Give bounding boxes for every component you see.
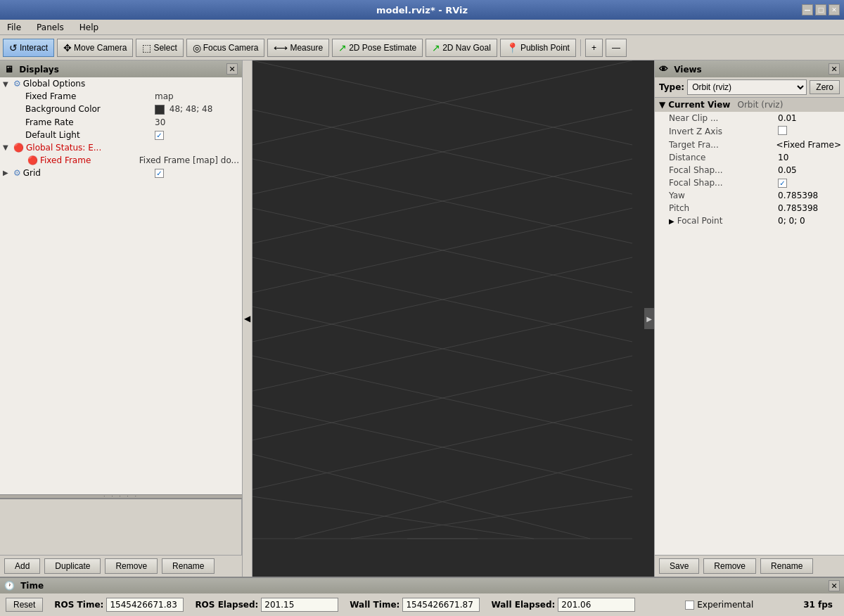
remove-view-button[interactable]: Remove (703, 558, 756, 574)
viewport-right-arrow[interactable]: ▶ (644, 308, 654, 329)
focal-point-expand[interactable]: ▶ (669, 217, 674, 225)
viewport-left-arrow[interactable]: ◀ (243, 60, 252, 577)
invert-z-row[interactable]: Invert Z Axis (655, 124, 844, 139)
close-button[interactable]: ✕ (829, 4, 840, 15)
background-color-value: 48; 48; 48 (155, 104, 239, 115)
focus-camera-label: Focus Camera (203, 43, 259, 53)
focal-shape1-value: 0.05 (778, 165, 841, 175)
grid-checkbox[interactable]: ✓ (155, 169, 164, 178)
rename-view-button[interactable]: Rename (760, 558, 813, 574)
distance-row[interactable]: Distance 10 (655, 151, 844, 164)
experimental-label: Experimental (697, 600, 753, 610)
views-panel-close[interactable]: ✕ (829, 63, 840, 75)
menu-panels[interactable]: Panels (32, 22, 68, 33)
ros-elapsed-value: 201.15 (261, 598, 338, 612)
grid-row[interactable]: ▶ ⚙ Grid ✓ (0, 167, 242, 179)
wall-time-field: Wall Time: 1545426671.87 (350, 598, 480, 612)
frame-rate-label: Frame Rate (25, 117, 155, 127)
default-light-row[interactable]: Default Light ✓ (0, 129, 242, 141)
save-view-button[interactable]: Save (659, 558, 699, 574)
background-color-row[interactable]: Background Color 48; 48; 48 (0, 103, 242, 116)
nav-goal-label: 2D Nav Goal (442, 43, 491, 53)
views-type-select[interactable]: Orbit (rviz) (687, 79, 807, 95)
global-status-expand[interactable]: ▼ (3, 143, 11, 151)
experimental-checkbox[interactable] (685, 601, 694, 610)
default-light-checkbox[interactable]: ✓ (155, 131, 164, 140)
focal-shape2-checkbox[interactable]: ✓ (778, 179, 787, 188)
fixed-frame-error-row[interactable]: 🔴 Fixed Frame Fixed Frame [map] do... (0, 154, 242, 167)
global-options-expand[interactable]: ▼ (3, 80, 11, 88)
duplicate-display-button[interactable]: Duplicate (44, 558, 101, 574)
displays-panel-close[interactable]: ✕ (226, 63, 238, 75)
select-button[interactable]: ⬚ Select (136, 39, 183, 57)
publish-point-button[interactable]: 📍 Publish Point (500, 39, 576, 57)
select-label: Select (153, 43, 177, 53)
minimize-button[interactable]: — (802, 4, 813, 15)
views-zero-button[interactable]: Zero (810, 80, 840, 94)
focal-shape1-label: Focal Shap... (669, 165, 778, 175)
focal-shape2-row[interactable]: Focal Shap... ✓ (655, 177, 844, 189)
measure-button[interactable]: ⟷ Measure (267, 39, 329, 57)
time-panel-header: 🕐 Time ✕ (0, 578, 844, 593)
nav-goal-icon: ↗ (432, 42, 440, 53)
global-options-icon: ⚙ (13, 79, 21, 89)
fixed-frame-row[interactable]: Fixed Frame map (0, 90, 242, 103)
publish-point-icon: 📍 (506, 42, 518, 53)
focal-shape2-value: ✓ (778, 178, 841, 188)
yaw-row[interactable]: Yaw 0.785398 (655, 189, 844, 202)
target-frame-row[interactable]: Target Fra... <Fixed Frame> (655, 139, 844, 151)
wall-elapsed-value: 201.06 (558, 598, 635, 612)
maximize-button[interactable]: □ (815, 4, 826, 15)
frame-rate-row[interactable]: Frame Rate 30 (0, 116, 242, 129)
global-options-row[interactable]: ▼ ⚙ Global Options (0, 77, 242, 90)
grid-view (252, 60, 654, 577)
time-panel-close[interactable]: ✕ (829, 580, 840, 591)
grid-expand[interactable]: ▶ (3, 169, 11, 177)
focal-shape1-row[interactable]: Focal Shap... 0.05 (655, 164, 844, 177)
select-icon: ⬚ (142, 42, 151, 53)
displays-panel: 🖥 Displays ✕ ▼ ⚙ Global Options Fixed Fr… (0, 60, 243, 577)
menu-file[interactable]: File (3, 22, 25, 33)
add-display-button[interactable]: Add (4, 558, 40, 574)
fps-display: 31 fps (803, 600, 838, 610)
views-type-row: Type: Orbit (rviz) Zero (655, 77, 844, 98)
current-view-type: Orbit (rviz) (737, 100, 783, 110)
remove-toolbar-button[interactable]: — (606, 39, 627, 57)
views-panel-icon: 👁 (659, 64, 668, 75)
views-panel-header: 👁 Views ✕ (655, 60, 844, 77)
pose-estimate-button[interactable]: ↗ 2D Pose Estimate (332, 39, 423, 57)
target-frame-value: <Fixed Frame> (776, 140, 841, 150)
global-options-label: Global Options (23, 79, 239, 89)
views-panel-title-row: 👁 Views (659, 64, 702, 75)
window-controls: — □ ✕ (802, 4, 840, 15)
content-area: 🖥 Displays ✕ ▼ ⚙ Global Options Fixed Fr… (0, 60, 844, 577)
global-status-row[interactable]: ▼ 🔴 Global Status: E... (0, 141, 242, 154)
add-toolbar-button[interactable]: + (585, 39, 603, 57)
displays-panel-title-row: 🖥 Displays (4, 64, 59, 75)
focal-point-row[interactable]: ▶ Focal Point 0; 0; 0 (655, 214, 844, 227)
pitch-row[interactable]: Pitch 0.785398 (655, 202, 844, 214)
fixed-frame-label: Fixed Frame (25, 91, 155, 101)
current-view-header[interactable]: ▼ Current View Orbit (rviz) (655, 98, 844, 112)
near-clip-row[interactable]: Near Clip ... 0.01 (655, 112, 844, 124)
time-clock-icon: 🕐 (4, 581, 15, 591)
focus-camera-button[interactable]: ◎ Focus Camera (186, 39, 265, 57)
displays-panel-icon: 🖥 (4, 64, 13, 75)
interact-button[interactable]: ↺ Interact (3, 39, 54, 57)
color-swatch[interactable] (155, 105, 165, 115)
nav-goal-button[interactable]: ↗ 2D Nav Goal (426, 39, 497, 57)
invert-z-checkbox[interactable] (778, 126, 787, 135)
invert-z-value (778, 126, 841, 137)
viewport[interactable] (252, 60, 654, 577)
current-view-label: Current View (668, 100, 730, 110)
remove-display-button[interactable]: Remove (105, 558, 158, 574)
pitch-value: 0.785398 (778, 203, 841, 213)
rename-display-button[interactable]: Rename (162, 558, 215, 574)
experimental-area: Experimental (685, 600, 753, 610)
menu-help[interactable]: Help (75, 22, 103, 33)
global-status-icon: 🔴 (13, 143, 24, 153)
time-reset-button[interactable]: Reset (6, 598, 43, 612)
views-tree: ▼ Current View Orbit (rviz) Near Clip ..… (655, 98, 844, 555)
views-type-label: Type: (659, 82, 684, 92)
move-camera-button[interactable]: ✥ Move Camera (57, 39, 133, 57)
